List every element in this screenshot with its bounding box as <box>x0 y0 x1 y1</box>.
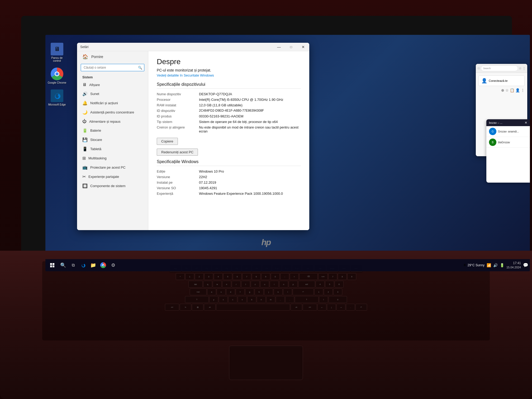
key-win[interactable]: ⊞ <box>192 304 203 311</box>
sidebar-item-baterie[interactable]: 🔋 Baterie <box>77 126 148 135</box>
key-backspace[interactable]: ⌫ <box>299 273 318 280</box>
key-numpad-enter[interactable]: ↵ <box>355 304 367 311</box>
key-m[interactable]: m <box>266 296 275 303</box>
key-6[interactable]: 6 <box>233 273 242 280</box>
security-link[interactable]: Vedeți detaliile în Securitate Windows <box>157 73 301 77</box>
sidebar-item-sunet[interactable]: 🔊 Sunet <box>77 89 148 98</box>
sidebar-item-notificari[interactable]: 🔔 Notificări și acțiuni <box>77 98 148 108</box>
edge-address-bar[interactable]: Search <box>481 65 518 71</box>
sidebar-item-experiente[interactable]: ✂ Experiențe partajate <box>77 172 148 181</box>
key-3[interactable]: 3 <box>204 273 213 280</box>
key-n[interactable]: n <box>257 296 266 303</box>
notification-icon[interactable]: 💬 <box>523 263 528 268</box>
key-shift-right[interactable]: ⇧ <box>295 296 319 303</box>
sidebar-item-afisare[interactable]: 🖥 Afișare <box>77 80 148 89</box>
key-h[interactable]: h <box>255 288 264 295</box>
key-space[interactable] <box>216 304 290 311</box>
search-input[interactable] <box>81 64 144 71</box>
sidebar-home[interactable]: 🏠 Pornire <box>77 51 148 62</box>
key-c[interactable]: c <box>228 296 237 303</box>
key-numpad-4[interactable]: 4 <box>316 281 325 288</box>
key-x[interactable]: x <box>219 296 228 303</box>
key-e[interactable]: e <box>222 281 231 288</box>
key-arrow-up[interactable]: ↑ <box>319 296 328 303</box>
key-u[interactable]: u <box>260 281 269 288</box>
maximize-button[interactable]: □ <box>285 43 297 51</box>
key-ctrl-left[interactable]: ctrl <box>165 304 179 311</box>
key-8[interactable]: 8 <box>252 273 261 280</box>
taskbar-explorer[interactable]: 📁 <box>88 260 98 270</box>
key-numpad-5[interactable]: 5 <box>325 281 334 288</box>
rename-pc-button[interactable]: Redenumiți acest PC <box>157 149 198 156</box>
key-num-lock[interactable]: num <box>318 273 328 280</box>
key-1[interactable]: 1 <box>185 273 194 280</box>
key-g[interactable]: g <box>245 288 254 295</box>
edge-menu-icon[interactable]: ⋮ <box>522 66 526 70</box>
key-enter-main[interactable]: ↵ <box>293 288 314 295</box>
key-0[interactable]: 0 <box>271 273 280 280</box>
key-4[interactable]: 4 <box>214 273 223 280</box>
key-enter[interactable]: enf <box>298 281 315 288</box>
key-fn[interactable]: fn <box>180 304 191 311</box>
key-numpad-2[interactable]: 2 <box>324 288 333 295</box>
key-y[interactable]: z <box>251 281 260 288</box>
control-panel-icon[interactable]: 🖥 Panou de control <box>48 43 66 62</box>
taskbar-search[interactable]: 🔍 <box>58 260 68 270</box>
key-comma[interactable]: , <box>276 296 285 303</box>
key-i[interactable]: i <box>270 281 279 288</box>
copy-button[interactable]: Copiere <box>157 138 178 145</box>
taskbar-taskview[interactable]: ⧉ <box>68 260 78 270</box>
network-icon[interactable]: 📶 <box>487 263 491 267</box>
key-s[interactable]: s <box>217 288 226 295</box>
key-numpad-0[interactable]: 0 <box>329 296 347 303</box>
edge-toolbar-icon-1[interactable]: ⊕ <box>501 88 504 92</box>
key-f[interactable]: f <box>236 288 245 295</box>
microsoft-edge-icon[interactable]: Microsoft Edge <box>48 89 66 106</box>
edge-toolbar-icon-5[interactable]: ⋮ <box>521 88 525 92</box>
edge-toolbar-icon-3[interactable]: 📋 <box>510 88 514 92</box>
key-arrow-right[interactable]: → <box>336 304 345 311</box>
key-numpad-6[interactable]: 6 <box>335 281 344 288</box>
key-numpad-3[interactable]: 3 <box>333 288 342 295</box>
key-w[interactable]: w <box>213 281 222 288</box>
key-alt-left[interactable]: alt <box>204 304 216 311</box>
weather-widget[interactable]: ☀ 29°C Sunny <box>463 263 484 268</box>
edge-connect-btn[interactable]: 👤 Conectează-te <box>478 75 525 86</box>
sidebar-item-alimentare[interactable]: ⏻ Alimentare și repaus <box>77 117 148 126</box>
close-button[interactable]: ✕ <box>297 43 309 51</box>
key-ctrl-right[interactable]: ctrl <box>303 304 317 311</box>
key-numpad-1[interactable]: 1 <box>314 288 323 295</box>
key-l[interactable]: l <box>283 288 292 295</box>
taskbar-settings[interactable]: ⚙ <box>108 260 118 270</box>
edge-toolbar-icon-4[interactable]: 👤 <box>515 88 520 92</box>
touchpad[interactable] <box>229 346 303 380</box>
key-a[interactable]: a <box>207 288 216 295</box>
key-d[interactable]: d <box>226 288 235 295</box>
key-minus[interactable]: - <box>280 273 289 280</box>
key-t[interactable]: t <box>241 281 250 288</box>
key-arrow-down[interactable]: ↓ <box>327 304 336 311</box>
key-z[interactable]: y <box>209 296 218 303</box>
key-numpad-decimal[interactable]: . <box>346 304 355 311</box>
key-v[interactable]: v <box>238 296 247 303</box>
key-b[interactable]: b <box>247 296 256 303</box>
key-5[interactable]: 5 <box>223 273 232 280</box>
taskbar-clock[interactable]: 17:41 15.04.2024 <box>506 261 521 269</box>
key-backtick[interactable]: ^ <box>176 273 185 280</box>
sidebar-item-tableta[interactable]: 📱 Tabletă <box>77 144 148 154</box>
key-equals[interactable]: = <box>290 273 299 280</box>
edge-toolbar-icon-2[interactable]: ☆ <box>505 88 509 92</box>
sidebar-item-stocare[interactable]: 💾 Stocare <box>77 135 148 144</box>
key-2[interactable]: 2 <box>195 273 204 280</box>
key-shift-left[interactable]: ⇧ <box>185 296 209 303</box>
chat-close-icon[interactable]: ✕ <box>525 121 527 125</box>
key-9[interactable]: 9 <box>261 273 270 280</box>
sidebar-item-proiectare[interactable]: 📺 Proiectare pe acest PC <box>77 163 148 172</box>
key-arrow-left[interactable]: ← <box>317 304 326 311</box>
key-q[interactable]: q <box>203 281 212 288</box>
key-alt-right[interactable]: alt <box>291 304 302 311</box>
start-button[interactable] <box>47 260 58 270</box>
taskbar-chrome[interactable] <box>98 260 108 270</box>
volume-icon[interactable]: 🔊 <box>493 263 498 267</box>
key-o[interactable]: o <box>279 281 288 288</box>
